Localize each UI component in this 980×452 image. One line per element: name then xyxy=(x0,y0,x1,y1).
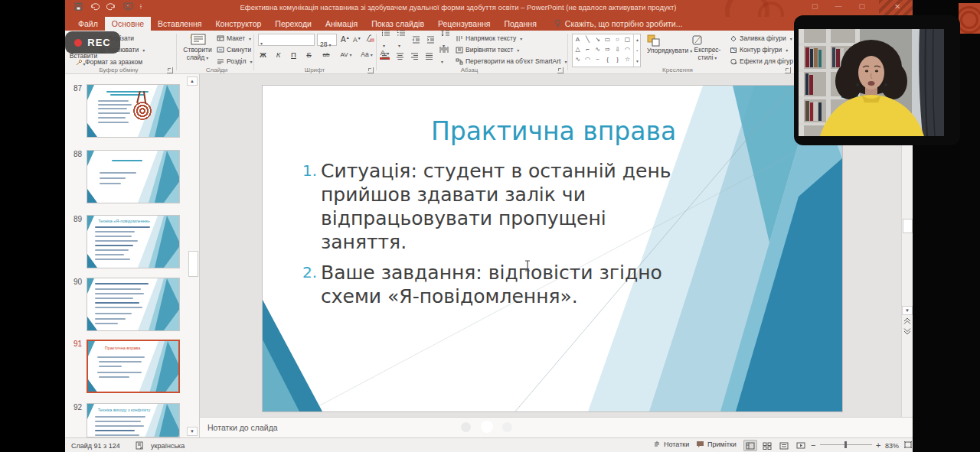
shape-effects-button[interactable]: Ефекти для фігур xyxy=(730,56,799,67)
shapes-gallery-scroll[interactable]: ▲▪▼ xyxy=(633,34,641,67)
shape-scribble[interactable]: ∿ xyxy=(573,54,583,64)
slide-canvas[interactable]: Практична вправа 1. Ситуація: студент в … xyxy=(263,86,842,411)
shape-triangle[interactable]: △ xyxy=(573,44,583,54)
normal-view-button[interactable] xyxy=(743,440,757,451)
spellcheck-icon[interactable] xyxy=(136,441,145,450)
font-size-combobox[interactable]: 28 xyxy=(317,34,337,46)
quick-styles-button[interactable]: Експрес-стилі xyxy=(691,34,724,62)
convert-smartart-button[interactable]: Перетворити на об'єкт SmartArt xyxy=(456,56,567,67)
clipboard-dialog-launcher[interactable] xyxy=(167,67,173,73)
slideshow-view-button[interactable] xyxy=(794,440,808,451)
reset-button[interactable]: Скинути xyxy=(217,44,251,55)
shape-curved-connector[interactable]: ∿ xyxy=(593,44,603,54)
arrange-button[interactable]: Упорядкувати xyxy=(647,34,687,55)
layout-button[interactable]: Макет xyxy=(217,33,251,44)
tab-animations[interactable]: Анімація xyxy=(318,17,364,31)
thumbnail-slide-87[interactable] xyxy=(87,84,180,138)
fit-to-window-button[interactable] xyxy=(903,441,913,449)
bold-button[interactable]: Ж xyxy=(258,50,268,59)
thumb-scroll-down-button[interactable]: ▼ xyxy=(187,427,198,436)
tab-insert[interactable]: Вставлення xyxy=(151,17,208,31)
slide-body-text[interactable]: 1. Ситуація: студент в останній день при… xyxy=(302,159,689,315)
zoom-out-button[interactable]: − xyxy=(811,441,815,450)
slide-title[interactable]: Практична вправа xyxy=(354,116,753,146)
thumbnail-slide-91-selected[interactable]: Практична вправа xyxy=(87,340,180,393)
thumbnail-slide-90[interactable] xyxy=(87,278,180,331)
zoom-slider-thumb[interactable] xyxy=(844,441,847,448)
zoom-level[interactable]: 83% xyxy=(885,442,899,450)
recording-label: REC xyxy=(87,37,110,48)
align-left-button[interactable] xyxy=(381,53,390,60)
thumb-scroll-up-button[interactable]: ▲ xyxy=(187,76,198,86)
language-indicator[interactable]: українська xyxy=(151,442,185,450)
notes-pane[interactable]: Нотатки до слайда xyxy=(200,417,913,437)
previous-slide-button[interactable] xyxy=(902,317,913,325)
paragraph-dialog-launcher[interactable] xyxy=(557,67,564,73)
slide-sorter-view-button[interactable] xyxy=(760,440,774,451)
overlay-dot xyxy=(461,422,471,432)
text-shadow-button[interactable]: ab xyxy=(319,51,333,58)
shape-curve[interactable]: ~ xyxy=(593,54,603,64)
shrink-font-button[interactable]: A▼ xyxy=(353,36,361,44)
comments-toggle-button[interactable]: Примітки xyxy=(696,441,737,448)
next-slide-button[interactable] xyxy=(902,327,913,336)
format-painter-button[interactable]: Формат за зразком xyxy=(76,57,142,67)
justify-button[interactable] xyxy=(425,53,433,60)
increase-indent-button[interactable] xyxy=(426,36,435,44)
tab-transitions[interactable]: Переходи xyxy=(268,17,318,31)
strikethrough-button[interactable]: S xyxy=(304,50,314,59)
shape-oval[interactable]: ○ xyxy=(612,34,622,44)
zoom-in-button[interactable]: + xyxy=(876,441,880,450)
shape-down-arrow[interactable]: ⇩ xyxy=(612,44,622,54)
reading-view-button[interactable] xyxy=(777,440,791,451)
tell-me-box[interactable]: Скажіть, що потрібно зробити... xyxy=(554,17,683,31)
font-dialog-launcher[interactable] xyxy=(368,67,374,73)
character-spacing-button[interactable]: AV xyxy=(338,51,354,58)
columns-button[interactable] xyxy=(439,46,449,67)
webcam-overlay[interactable] xyxy=(794,15,960,145)
shape-arrow-line[interactable]: ↘ xyxy=(593,34,603,44)
notes-toggle-button[interactable]: Нотатки xyxy=(653,441,689,448)
shape-right-brace[interactable]: } xyxy=(612,54,622,64)
clear-formatting-button[interactable] xyxy=(365,34,374,43)
font-name-combobox[interactable] xyxy=(258,34,315,46)
italic-button[interactable]: К xyxy=(273,50,283,59)
shape-rectangle[interactable]: ▭ xyxy=(603,34,612,44)
shape-right-arrow[interactable]: ⇨ xyxy=(603,44,612,54)
decrease-indent-button[interactable] xyxy=(412,36,420,44)
drawing-dialog-launcher[interactable] xyxy=(785,67,791,73)
text-direction-button[interactable]: Напрямок тексту xyxy=(456,33,522,44)
tab-design[interactable]: Конструктор xyxy=(208,17,268,31)
notes-placeholder[interactable]: Нотатки до слайда xyxy=(207,423,278,432)
grow-font-button[interactable]: A▲ xyxy=(341,35,350,44)
editor-scroll-down-button[interactable]: ▼ xyxy=(902,306,913,315)
shape-fill-button[interactable]: Заливка фігури xyxy=(730,33,792,44)
section-button[interactable]: Розділ xyxy=(217,56,252,67)
shapes-gallery[interactable]: A ╲ ↘ ▭ ○ ▢ △ ⌐ ∿ ⇨ ⇩ ◠ ∿ ◠ ~ { } ☆ ▲▪▼ xyxy=(572,34,641,67)
thumbnail-slide-89[interactable]: Техніка «Я-повідомлення» xyxy=(87,215,180,268)
shape-arc[interactable]: ◠ xyxy=(583,54,593,64)
tab-file[interactable]: Файл xyxy=(71,17,105,31)
align-text-button[interactable]: Вирівняти текст xyxy=(456,44,519,55)
shape-text-box[interactable]: A xyxy=(573,34,583,44)
underline-button[interactable]: П xyxy=(289,50,299,59)
thumb-scrollbar-thumb[interactable] xyxy=(188,251,198,277)
tab-home[interactable]: Основне xyxy=(105,17,151,31)
shape-star[interactable]: ☆ xyxy=(622,54,632,64)
shape-elbow-connector[interactable]: ⌐ xyxy=(583,44,593,54)
thumbnail-slide-88[interactable] xyxy=(87,150,180,203)
shape-line[interactable]: ╲ xyxy=(583,34,593,44)
numbering-button[interactable] xyxy=(397,29,406,50)
shape-rounded-rectangle[interactable]: ▢ xyxy=(622,34,632,44)
change-case-button[interactable]: Aa xyxy=(359,50,374,58)
editor-scrollbar-thumb[interactable] xyxy=(903,219,913,233)
bullets-button[interactable] xyxy=(381,29,390,50)
shape-arc-shape[interactable]: ◠ xyxy=(622,44,632,54)
align-right-button[interactable] xyxy=(410,53,419,60)
thumbnail-slide-92[interactable]: Техніка виходу з конфлікту xyxy=(87,403,180,437)
shape-outline-button[interactable]: Контур фігури xyxy=(730,44,788,55)
new-slide-button[interactable]: Створитислайд xyxy=(181,34,214,62)
tab-view[interactable]: Подання xyxy=(497,17,543,31)
shape-left-brace[interactable]: { xyxy=(603,54,612,64)
align-center-button[interactable] xyxy=(396,53,404,60)
